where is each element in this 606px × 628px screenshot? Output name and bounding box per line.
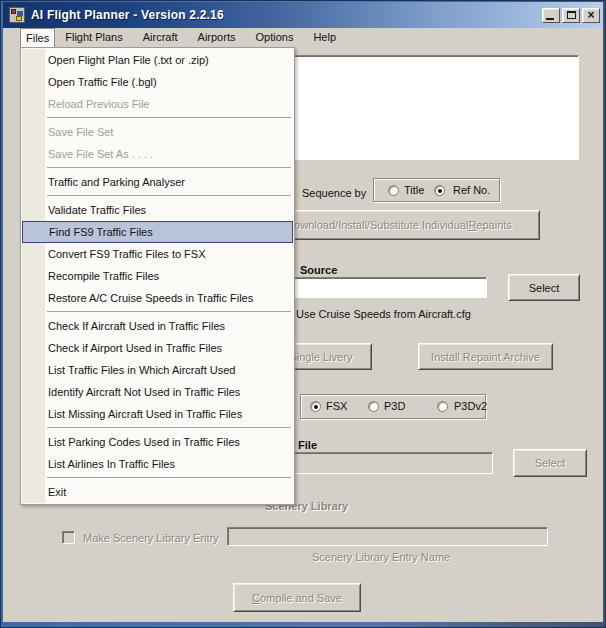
install-repaint-archive-button: Install Repaint Archive <box>418 343 553 370</box>
menu-item-save-file-set-as: Save File Set As . . . . <box>21 143 294 165</box>
menu-item-validate-traffic-files[interactable]: Validate Traffic Files <box>21 199 294 221</box>
minimize-icon <box>546 18 554 20</box>
button-accesskey: C <box>252 592 260 604</box>
menu-item-exit[interactable]: Exit <box>21 481 294 503</box>
source-select-button[interactable]: Select <box>508 274 580 301</box>
icon-yellow-square <box>16 16 22 21</box>
menu-item-list-airlines-in-traffic-files[interactable]: List Airlines In Traffic Files <box>21 453 294 475</box>
button-label-part: epaints <box>476 219 511 231</box>
scenery-entry-hint: Scenery Library Entry Name <box>312 551 450 563</box>
radio-ref-no-label: Ref No. <box>453 184 490 196</box>
menu-item-identify-aircraft-not-used-in-traffic-files[interactable]: Identify Aircraft Not Used in Traffic Fi… <box>21 381 294 403</box>
compile-and-save-button: Compile and Save <box>233 583 361 612</box>
radio-fsx-label: FSX <box>326 400 347 412</box>
cruise-speeds-label: Use Cruise Speeds from Aircraft.cfg <box>296 308 471 320</box>
button-label-part: ompile and Save <box>260 592 342 604</box>
sequence-by-label: Sequence by <box>302 187 366 199</box>
button-label-part: Download/Install/Substitute Individual <box>286 219 468 231</box>
menubar-item-flight-plans[interactable]: Flight Plans <box>55 28 132 47</box>
desktop-frame: AI Flight Planner - Version 2.2.16 × Fil… <box>0 0 606 628</box>
sequence-by-group: Title Ref No. <box>373 178 500 202</box>
menu-item-check-if-aircraft-used-in-traffic-files[interactable]: Check If Aircraft Used in Traffic Files <box>21 315 294 337</box>
button-accesskey: R <box>468 219 476 231</box>
minimize-button[interactable] <box>542 8 560 23</box>
menubar-item-aircraft[interactable]: Aircraft <box>133 28 188 47</box>
menu-item-find-fs9-traffic-files[interactable]: Find FS9 Traffic Files <box>22 221 293 243</box>
app-icon <box>9 7 25 23</box>
menubar: FilesFlight PlansAircraftAirportsOptions… <box>3 28 603 47</box>
menu-item-traffic-and-parking-analyser[interactable]: Traffic and Parking Analyser <box>21 171 294 193</box>
maximize-button[interactable] <box>562 8 580 23</box>
radio-title[interactable] <box>388 185 399 196</box>
window-controls: × <box>542 8 600 23</box>
menu-item-open-traffic-file-bgl[interactable]: Open Traffic File (.bgl) <box>21 71 294 93</box>
download-install-substitute-repaints-button: Download/Install/Substitute Individual R… <box>258 210 540 240</box>
menu-item-convert-fs9-traffic-files-to-fsx[interactable]: Convert FS9 Traffic Files to FSX <box>21 243 294 265</box>
radio-p3d[interactable] <box>368 401 379 412</box>
source-label: Source <box>300 264 337 276</box>
close-button[interactable]: × <box>582 8 600 23</box>
radio-fsx[interactable] <box>310 401 321 412</box>
menu-item-check-if-airport-used-in-traffic-files[interactable]: Check if Airport Used in Traffic Files <box>21 337 294 359</box>
menu-item-save-file-set: Save File Set <box>21 121 294 143</box>
menubar-item-options[interactable]: Options <box>245 28 303 47</box>
menubar-item-files[interactable]: Files <box>20 28 55 47</box>
radio-p3dv2-label: P3Dv2 <box>454 400 487 412</box>
menu-item-list-missing-aircraft-used-in-traffic-files[interactable]: List Missing Aircraft Used in Traffic Fi… <box>21 403 294 425</box>
menu-item-open-flight-plan-file-txt-or-zip[interactable]: Open Flight Plan File (.txt or .zip) <box>21 49 294 71</box>
close-icon: × <box>587 10 594 20</box>
menu-item-reload-previous-file: Reload Previous File <box>21 93 294 115</box>
scenery-entry-input <box>227 527 548 546</box>
menu-item-recompile-traffic-files[interactable]: Recompile Traffic Files <box>21 265 294 287</box>
traffic-file-select-button: Select <box>513 449 587 477</box>
menubar-item-help[interactable]: Help <box>303 28 346 47</box>
menubar-item-airports[interactable]: Airports <box>188 28 246 47</box>
icon-red-square <box>11 9 16 14</box>
menu-item-restore-a-c-cruise-speeds-in-traffic-files[interactable]: Restore A/C Cruise Speeds in Traffic Fil… <box>21 287 294 309</box>
simulator-group: FSX P3D P3Dv2 <box>300 394 486 419</box>
make-scenery-entry-checkbox <box>62 531 75 544</box>
radio-ref-no[interactable] <box>434 185 445 196</box>
radio-p3d-label: P3D <box>384 400 405 412</box>
files-menu: Open Flight Plan File (.txt or .zip)Open… <box>20 47 295 505</box>
client-area: Sequence by Title Ref No. Download/Insta… <box>3 47 603 622</box>
radio-title-label: Title <box>404 184 424 196</box>
radio-p3dv2[interactable] <box>437 401 448 412</box>
app-window: AI Flight Planner - Version 2.2.16 × Fil… <box>3 2 603 622</box>
make-scenery-entry-label: Make Scenery Library Entry <box>83 532 219 544</box>
titlebar: AI Flight Planner - Version 2.2.16 × <box>3 2 603 28</box>
menu-item-list-parking-codes-used-in-traffic-files[interactable]: List Parking Codes Used in Traffic Files <box>21 431 294 453</box>
menu-item-list-traffic-files-in-which-aircraft-used[interactable]: List Traffic Files in Which Aircraft Use… <box>21 359 294 381</box>
window-title: AI Flight Planner - Version 2.2.16 <box>31 8 542 22</box>
maximize-icon <box>567 11 576 19</box>
